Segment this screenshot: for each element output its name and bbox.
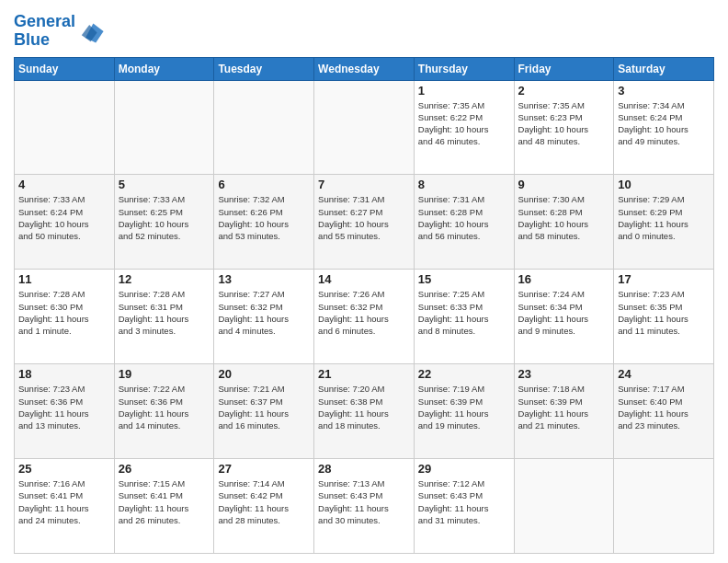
day-number: 29 (418, 462, 510, 476)
day-info: Sunrise: 7:17 AM Sunset: 6:40 PM Dayligh… (618, 383, 710, 431)
weekday-header-friday: Friday (514, 57, 614, 80)
day-number: 15 (418, 272, 510, 286)
weekday-header-monday: Monday (114, 57, 214, 80)
header: General Blue (14, 9, 714, 50)
calendar-cell: 19Sunrise: 7:22 AM Sunset: 6:36 PM Dayli… (114, 364, 214, 459)
day-number: 19 (119, 367, 210, 381)
logo-general: General (14, 12, 75, 30)
logo-icon (79, 18, 105, 44)
day-info: Sunrise: 7:24 AM Sunset: 6:34 PM Dayligh… (518, 288, 610, 337)
day-info: Sunrise: 7:20 AM Sunset: 6:38 PM Dayligh… (318, 383, 410, 431)
day-number: 22 (418, 367, 510, 381)
day-number: 14 (318, 272, 410, 286)
day-info: Sunrise: 7:23 AM Sunset: 6:36 PM Dayligh… (18, 383, 110, 431)
day-info: Sunrise: 7:16 AM Sunset: 6:41 PM Dayligh… (18, 477, 110, 526)
day-info: Sunrise: 7:15 AM Sunset: 6:41 PM Dayligh… (119, 477, 210, 526)
calendar-week-1: 1Sunrise: 7:35 AM Sunset: 6:22 PM Daylig… (15, 80, 714, 175)
day-number: 11 (18, 272, 110, 286)
calendar-cell: 15Sunrise: 7:25 AM Sunset: 6:33 PM Dayli… (414, 270, 514, 364)
day-info: Sunrise: 7:22 AM Sunset: 6:36 PM Dayligh… (119, 383, 210, 431)
calendar-cell: 5Sunrise: 7:33 AM Sunset: 6:25 PM Daylig… (114, 175, 214, 270)
day-info: Sunrise: 7:31 AM Sunset: 6:28 PM Dayligh… (418, 193, 510, 242)
day-info: Sunrise: 7:33 AM Sunset: 6:24 PM Dayligh… (18, 193, 110, 242)
calendar-week-2: 4Sunrise: 7:33 AM Sunset: 6:24 PM Daylig… (15, 175, 714, 270)
day-number: 27 (218, 462, 310, 476)
day-info: Sunrise: 7:21 AM Sunset: 6:37 PM Dayligh… (218, 383, 310, 431)
calendar-cell: 6Sunrise: 7:32 AM Sunset: 6:26 PM Daylig… (214, 175, 314, 270)
day-info: Sunrise: 7:32 AM Sunset: 6:26 PM Dayligh… (218, 193, 310, 242)
calendar-cell: 20Sunrise: 7:21 AM Sunset: 6:37 PM Dayli… (214, 364, 314, 459)
calendar-cell: 25Sunrise: 7:16 AM Sunset: 6:41 PM Dayli… (15, 459, 115, 554)
day-info: Sunrise: 7:23 AM Sunset: 6:35 PM Dayligh… (618, 288, 710, 337)
calendar-cell: 24Sunrise: 7:17 AM Sunset: 6:40 PM Dayli… (614, 364, 714, 459)
day-info: Sunrise: 7:25 AM Sunset: 6:33 PM Dayligh… (418, 288, 510, 337)
calendar-cell (214, 80, 314, 175)
calendar-cell: 26Sunrise: 7:15 AM Sunset: 6:41 PM Dayli… (114, 459, 214, 554)
logo: General Blue (14, 13, 105, 50)
day-number: 25 (18, 462, 110, 476)
weekday-header-saturday: Saturday (614, 57, 714, 80)
calendar-cell (314, 80, 415, 175)
weekday-header-thursday: Thursday (414, 57, 514, 80)
day-number: 9 (518, 178, 610, 191)
day-number: 28 (318, 462, 410, 476)
day-number: 5 (119, 178, 210, 191)
calendar-cell (15, 80, 115, 175)
calendar-cell: 8Sunrise: 7:31 AM Sunset: 6:28 PM Daylig… (414, 175, 514, 270)
calendar-cell: 18Sunrise: 7:23 AM Sunset: 6:36 PM Dayli… (15, 364, 115, 459)
weekday-header-tuesday: Tuesday (214, 57, 314, 80)
day-number: 1 (418, 84, 510, 98)
logo-text: General (14, 13, 75, 31)
day-info: Sunrise: 7:28 AM Sunset: 6:30 PM Dayligh… (18, 288, 110, 337)
day-number: 23 (518, 367, 610, 381)
calendar-cell: 29Sunrise: 7:12 AM Sunset: 6:43 PM Dayli… (414, 459, 514, 554)
day-number: 6 (218, 178, 310, 191)
calendar-cell: 23Sunrise: 7:18 AM Sunset: 6:39 PM Dayli… (514, 364, 614, 459)
calendar-cell (614, 459, 714, 554)
calendar-week-3: 11Sunrise: 7:28 AM Sunset: 6:30 PM Dayli… (15, 270, 714, 364)
day-info: Sunrise: 7:19 AM Sunset: 6:39 PM Dayligh… (418, 383, 510, 431)
day-info: Sunrise: 7:27 AM Sunset: 6:32 PM Dayligh… (218, 288, 310, 337)
day-info: Sunrise: 7:14 AM Sunset: 6:42 PM Dayligh… (218, 477, 310, 526)
day-number: 4 (18, 178, 110, 191)
calendar-cell: 22Sunrise: 7:19 AM Sunset: 6:39 PM Dayli… (414, 364, 514, 459)
day-info: Sunrise: 7:31 AM Sunset: 6:27 PM Dayligh… (318, 193, 410, 242)
weekday-header-row: SundayMondayTuesdayWednesdayThursdayFrid… (15, 57, 714, 80)
day-number: 12 (119, 272, 210, 286)
calendar-cell: 27Sunrise: 7:14 AM Sunset: 6:42 PM Dayli… (214, 459, 314, 554)
calendar-cell: 17Sunrise: 7:23 AM Sunset: 6:35 PM Dayli… (614, 270, 714, 364)
day-number: 7 (318, 178, 410, 191)
weekday-header-sunday: Sunday (15, 57, 115, 80)
day-number: 10 (618, 178, 710, 191)
day-number: 8 (418, 178, 510, 191)
day-info: Sunrise: 7:13 AM Sunset: 6:43 PM Dayligh… (318, 477, 410, 526)
calendar-cell: 14Sunrise: 7:26 AM Sunset: 6:32 PM Dayli… (314, 270, 415, 364)
day-number: 21 (318, 367, 410, 381)
day-number: 3 (618, 84, 710, 98)
calendar-cell: 16Sunrise: 7:24 AM Sunset: 6:34 PM Dayli… (514, 270, 614, 364)
calendar-cell: 21Sunrise: 7:20 AM Sunset: 6:38 PM Dayli… (314, 364, 415, 459)
day-info: Sunrise: 7:18 AM Sunset: 6:39 PM Dayligh… (518, 383, 610, 431)
day-info: Sunrise: 7:35 AM Sunset: 6:22 PM Dayligh… (418, 99, 510, 148)
calendar-cell: 11Sunrise: 7:28 AM Sunset: 6:30 PM Dayli… (15, 270, 115, 364)
day-number: 17 (618, 272, 710, 286)
calendar-cell: 1Sunrise: 7:35 AM Sunset: 6:22 PM Daylig… (414, 80, 514, 175)
day-number: 18 (18, 367, 110, 381)
weekday-header-wednesday: Wednesday (314, 57, 415, 80)
calendar-cell: 7Sunrise: 7:31 AM Sunset: 6:27 PM Daylig… (314, 175, 415, 270)
day-number: 16 (518, 272, 610, 286)
calendar-cell: 4Sunrise: 7:33 AM Sunset: 6:24 PM Daylig… (15, 175, 115, 270)
day-info: Sunrise: 7:35 AM Sunset: 6:23 PM Dayligh… (518, 99, 610, 148)
calendar-cell: 12Sunrise: 7:28 AM Sunset: 6:31 PM Dayli… (114, 270, 214, 364)
calendar-cell: 28Sunrise: 7:13 AM Sunset: 6:43 PM Dayli… (314, 459, 415, 554)
day-info: Sunrise: 7:33 AM Sunset: 6:25 PM Dayligh… (119, 193, 210, 242)
calendar-week-4: 18Sunrise: 7:23 AM Sunset: 6:36 PM Dayli… (15, 364, 714, 459)
day-number: 20 (218, 367, 310, 381)
calendar-cell: 9Sunrise: 7:30 AM Sunset: 6:28 PM Daylig… (514, 175, 614, 270)
day-info: Sunrise: 7:30 AM Sunset: 6:28 PM Dayligh… (518, 193, 610, 242)
day-number: 13 (218, 272, 310, 286)
page: General Blue SundayMondayTuesdayWednesda… (0, 0, 728, 563)
day-info: Sunrise: 7:12 AM Sunset: 6:43 PM Dayligh… (418, 477, 510, 526)
logo-blue: Blue (14, 31, 75, 50)
day-number: 2 (518, 84, 610, 98)
